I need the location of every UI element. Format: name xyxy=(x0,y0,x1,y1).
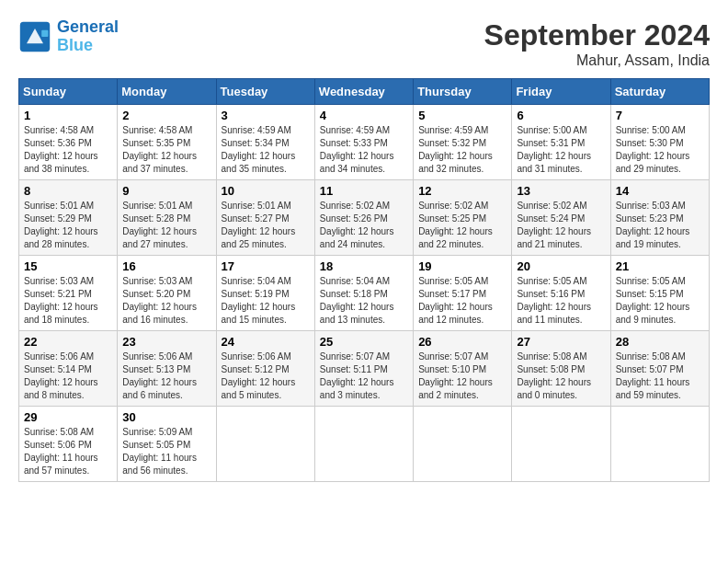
day-info: Sunrise: 5:08 AM Sunset: 5:06 PM Dayligh… xyxy=(24,426,112,477)
empty-cell xyxy=(610,407,709,482)
day-number: 30 xyxy=(122,410,210,424)
day-cell-21: 21 Sunrise: 5:05 AM Sunset: 5:15 PM Dayl… xyxy=(610,256,709,331)
day-cell-15: 15 Sunrise: 5:03 AM Sunset: 5:21 PM Dayl… xyxy=(19,256,118,331)
day-number: 27 xyxy=(517,335,605,349)
day-info: Sunrise: 5:05 AM Sunset: 5:17 PM Dayligh… xyxy=(418,275,506,327)
day-info: Sunrise: 5:02 AM Sunset: 5:24 PM Dayligh… xyxy=(517,200,605,251)
day-number: 8 xyxy=(24,184,112,198)
day-number: 20 xyxy=(517,259,605,273)
week-row-1: 1 Sunrise: 4:58 AM Sunset: 5:36 PM Dayli… xyxy=(19,105,710,180)
day-number: 25 xyxy=(320,335,408,349)
weekday-header-wednesday: Wednesday xyxy=(314,79,413,105)
day-info: Sunrise: 5:00 AM Sunset: 5:31 PM Dayligh… xyxy=(517,124,605,176)
week-row-4: 22 Sunrise: 5:06 AM Sunset: 5:14 PM Dayl… xyxy=(19,331,710,407)
day-info: Sunrise: 5:07 AM Sunset: 5:10 PM Dayligh… xyxy=(418,350,506,402)
day-cell-16: 16 Sunrise: 5:03 AM Sunset: 5:20 PM Dayl… xyxy=(118,256,216,331)
day-number: 26 xyxy=(418,335,506,349)
day-number: 1 xyxy=(24,109,112,122)
day-info: Sunrise: 5:06 AM Sunset: 5:12 PM Dayligh… xyxy=(222,350,310,402)
day-info: Sunrise: 5:04 AM Sunset: 5:18 PM Dayligh… xyxy=(320,275,408,327)
day-number: 3 xyxy=(222,109,310,122)
day-info: Sunrise: 5:07 AM Sunset: 5:11 PM Dayligh… xyxy=(320,350,408,402)
day-info: Sunrise: 5:05 AM Sunset: 5:16 PM Dayligh… xyxy=(517,275,605,327)
day-cell-29: 29 Sunrise: 5:08 AM Sunset: 5:06 PM Dayl… xyxy=(19,407,118,482)
weekday-header-monday: Monday xyxy=(118,79,216,105)
day-cell-19: 19 Sunrise: 5:05 AM Sunset: 5:17 PM Dayl… xyxy=(414,256,512,331)
day-info: Sunrise: 5:06 AM Sunset: 5:13 PM Dayligh… xyxy=(122,350,210,402)
day-cell-12: 12 Sunrise: 5:02 AM Sunset: 5:25 PM Dayl… xyxy=(414,180,512,256)
day-number: 12 xyxy=(418,184,506,198)
month-title: September 2024 xyxy=(484,18,710,52)
day-number: 22 xyxy=(24,335,112,349)
weekday-header-saturday: Saturday xyxy=(610,79,709,105)
day-cell-20: 20 Sunrise: 5:05 AM Sunset: 5:16 PM Dayl… xyxy=(512,256,610,331)
day-info: Sunrise: 4:59 AM Sunset: 5:32 PM Dayligh… xyxy=(418,124,506,176)
svg-rect-2 xyxy=(41,30,48,37)
day-cell-28: 28 Sunrise: 5:08 AM Sunset: 5:07 PM Dayl… xyxy=(610,331,709,407)
empty-cell xyxy=(314,407,413,482)
day-info: Sunrise: 4:58 AM Sunset: 5:36 PM Dayligh… xyxy=(24,124,112,176)
day-cell-4: 4 Sunrise: 4:59 AM Sunset: 5:33 PM Dayli… xyxy=(314,105,413,180)
week-row-5: 29 Sunrise: 5:08 AM Sunset: 5:06 PM Dayl… xyxy=(19,407,710,482)
day-info: Sunrise: 4:59 AM Sunset: 5:33 PM Dayligh… xyxy=(320,124,408,176)
day-cell-11: 11 Sunrise: 5:02 AM Sunset: 5:26 PM Dayl… xyxy=(314,180,413,256)
weekday-header-tuesday: Tuesday xyxy=(216,79,314,105)
day-cell-17: 17 Sunrise: 5:04 AM Sunset: 5:19 PM Dayl… xyxy=(216,256,314,331)
weekday-header-friday: Friday xyxy=(512,79,610,105)
day-number: 5 xyxy=(418,109,506,122)
day-info: Sunrise: 5:00 AM Sunset: 5:30 PM Dayligh… xyxy=(616,124,704,176)
day-number: 28 xyxy=(616,335,704,349)
day-info: Sunrise: 5:02 AM Sunset: 5:25 PM Dayligh… xyxy=(418,200,506,251)
day-cell-9: 9 Sunrise: 5:01 AM Sunset: 5:28 PM Dayli… xyxy=(118,180,216,256)
day-info: Sunrise: 5:02 AM Sunset: 5:26 PM Dayligh… xyxy=(320,200,408,251)
day-cell-6: 6 Sunrise: 5:00 AM Sunset: 5:31 PM Dayli… xyxy=(512,105,610,180)
day-number: 16 xyxy=(122,259,210,273)
day-number: 6 xyxy=(517,109,605,122)
day-number: 9 xyxy=(122,184,210,198)
day-number: 4 xyxy=(320,109,408,122)
day-cell-22: 22 Sunrise: 5:06 AM Sunset: 5:14 PM Dayl… xyxy=(19,331,118,407)
logo-icon xyxy=(18,20,51,53)
day-cell-13: 13 Sunrise: 5:02 AM Sunset: 5:24 PM Dayl… xyxy=(512,180,610,256)
logo: General Blue xyxy=(18,18,119,55)
day-number: 29 xyxy=(24,410,112,424)
week-row-2: 8 Sunrise: 5:01 AM Sunset: 5:29 PM Dayli… xyxy=(19,180,710,256)
day-info: Sunrise: 5:08 AM Sunset: 5:07 PM Dayligh… xyxy=(616,350,704,402)
day-cell-18: 18 Sunrise: 5:04 AM Sunset: 5:18 PM Dayl… xyxy=(314,256,413,331)
calendar-table: SundayMondayTuesdayWednesdayThursdayFrid… xyxy=(18,78,710,482)
day-number: 14 xyxy=(616,184,704,198)
day-info: Sunrise: 5:03 AM Sunset: 5:21 PM Dayligh… xyxy=(24,275,112,327)
day-number: 13 xyxy=(517,184,605,198)
weekday-header-sunday: Sunday xyxy=(19,79,118,105)
week-row-3: 15 Sunrise: 5:03 AM Sunset: 5:21 PM Dayl… xyxy=(19,256,710,331)
day-number: 18 xyxy=(320,259,408,273)
day-info: Sunrise: 5:08 AM Sunset: 5:08 PM Dayligh… xyxy=(517,350,605,402)
day-number: 19 xyxy=(418,259,506,273)
day-number: 7 xyxy=(616,109,704,122)
day-number: 23 xyxy=(122,335,210,349)
day-cell-30: 30 Sunrise: 5:09 AM Sunset: 5:05 PM Dayl… xyxy=(118,407,216,482)
day-cell-8: 8 Sunrise: 5:01 AM Sunset: 5:29 PM Dayli… xyxy=(19,180,118,256)
day-number: 15 xyxy=(24,259,112,273)
day-cell-3: 3 Sunrise: 4:59 AM Sunset: 5:34 PM Dayli… xyxy=(216,105,314,180)
weekday-header-row: SundayMondayTuesdayWednesdayThursdayFrid… xyxy=(19,79,710,105)
day-number: 2 xyxy=(122,109,210,122)
day-cell-14: 14 Sunrise: 5:03 AM Sunset: 5:23 PM Dayl… xyxy=(610,180,709,256)
day-cell-5: 5 Sunrise: 4:59 AM Sunset: 5:32 PM Dayli… xyxy=(414,105,512,180)
day-cell-1: 1 Sunrise: 4:58 AM Sunset: 5:36 PM Dayli… xyxy=(19,105,118,180)
day-cell-10: 10 Sunrise: 5:01 AM Sunset: 5:27 PM Dayl… xyxy=(216,180,314,256)
day-info: Sunrise: 5:01 AM Sunset: 5:29 PM Dayligh… xyxy=(24,200,112,251)
day-info: Sunrise: 4:59 AM Sunset: 5:34 PM Dayligh… xyxy=(222,124,310,176)
logo-text: General Blue xyxy=(57,18,119,55)
day-info: Sunrise: 5:01 AM Sunset: 5:27 PM Dayligh… xyxy=(222,200,310,251)
day-info: Sunrise: 5:03 AM Sunset: 5:23 PM Dayligh… xyxy=(616,200,704,251)
day-info: Sunrise: 5:03 AM Sunset: 5:20 PM Dayligh… xyxy=(122,275,210,327)
day-info: Sunrise: 5:09 AM Sunset: 5:05 PM Dayligh… xyxy=(122,426,210,477)
empty-cell xyxy=(216,407,314,482)
day-cell-24: 24 Sunrise: 5:06 AM Sunset: 5:12 PM Dayl… xyxy=(216,331,314,407)
page-header: General Blue September 2024 Mahur, Assam… xyxy=(18,18,710,69)
empty-cell xyxy=(512,407,610,482)
empty-cell xyxy=(414,407,512,482)
day-info: Sunrise: 5:06 AM Sunset: 5:14 PM Dayligh… xyxy=(24,350,112,402)
day-cell-27: 27 Sunrise: 5:08 AM Sunset: 5:08 PM Dayl… xyxy=(512,331,610,407)
